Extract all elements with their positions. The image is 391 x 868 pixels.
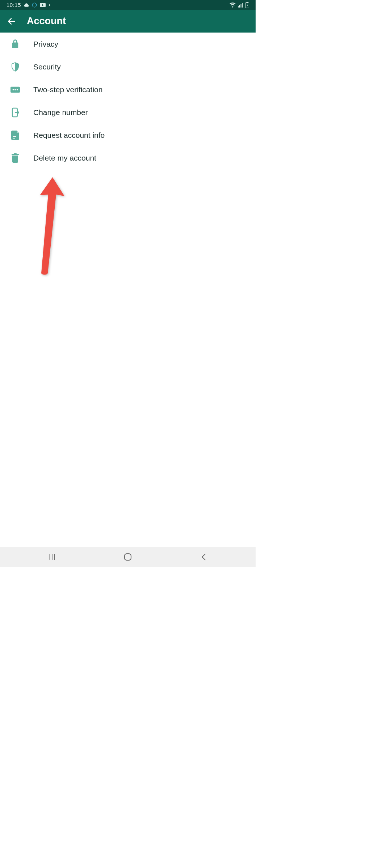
status-left: 10:15 — [7, 2, 51, 8]
settings-item-privacy[interactable]: Privacy — [0, 33, 256, 55]
recents-icon — [48, 553, 56, 561]
settings-item-label: Two-step verification — [33, 85, 102, 94]
nav-recents-button[interactable] — [41, 550, 63, 564]
annotation-arrow — [31, 174, 74, 275]
wifi-icon — [230, 3, 236, 8]
battery-icon — [245, 2, 249, 8]
phone-arrow-icon — [10, 107, 20, 118]
status-time: 10:15 — [7, 2, 21, 8]
page-title: Account — [27, 16, 66, 27]
home-icon — [123, 553, 132, 561]
more-dot-icon — [49, 4, 51, 6]
status-bar: 10:15 — [0, 0, 256, 10]
settings-item-label: Delete my account — [33, 154, 96, 162]
system-nav-bar — [0, 547, 256, 567]
shield-icon — [10, 62, 20, 72]
svg-rect-4 — [239, 5, 240, 8]
svg-rect-16 — [13, 136, 16, 137]
status-right — [230, 2, 249, 8]
chevron-left-icon — [201, 553, 206, 561]
youtube-icon — [40, 3, 46, 7]
svg-point-2 — [49, 4, 50, 6]
svg-point-12 — [14, 89, 16, 90]
svg-rect-5 — [241, 4, 241, 8]
settings-item-change-number[interactable]: Change number — [0, 101, 256, 124]
nav-back-button[interactable] — [193, 550, 214, 564]
trash-icon — [10, 153, 20, 163]
settings-item-two-step[interactable]: Two-step verification — [0, 78, 256, 101]
svg-point-11 — [13, 89, 14, 90]
nav-home-button[interactable] — [117, 550, 139, 564]
settings-item-request-info[interactable]: Request account info — [0, 124, 256, 146]
settings-item-label: Privacy — [33, 40, 58, 48]
svg-rect-19 — [14, 153, 17, 154]
settings-list: Privacy Security Two-step verification C… — [0, 33, 256, 169]
settings-item-delete-account[interactable]: Delete my account — [0, 146, 256, 169]
lock-icon — [10, 39, 20, 49]
svg-point-0 — [32, 3, 37, 7]
settings-item-label: Change number — [33, 108, 88, 117]
password-icon — [10, 85, 20, 95]
settings-item-label: Security — [33, 63, 61, 71]
weather-icon — [24, 3, 29, 8]
svg-rect-6 — [242, 3, 243, 8]
app-bar: Account — [0, 10, 256, 33]
settings-item-label: Request account info — [33, 131, 105, 140]
settings-item-security[interactable]: Security — [0, 55, 256, 78]
signal-icon — [238, 3, 243, 8]
svg-rect-17 — [13, 138, 15, 139]
svg-rect-23 — [125, 554, 131, 560]
svg-rect-3 — [238, 6, 239, 8]
arrow-left-icon — [7, 17, 16, 26]
imo-app-icon — [32, 3, 37, 8]
back-button[interactable] — [5, 15, 18, 28]
document-icon — [10, 130, 20, 140]
svg-point-13 — [17, 89, 18, 90]
